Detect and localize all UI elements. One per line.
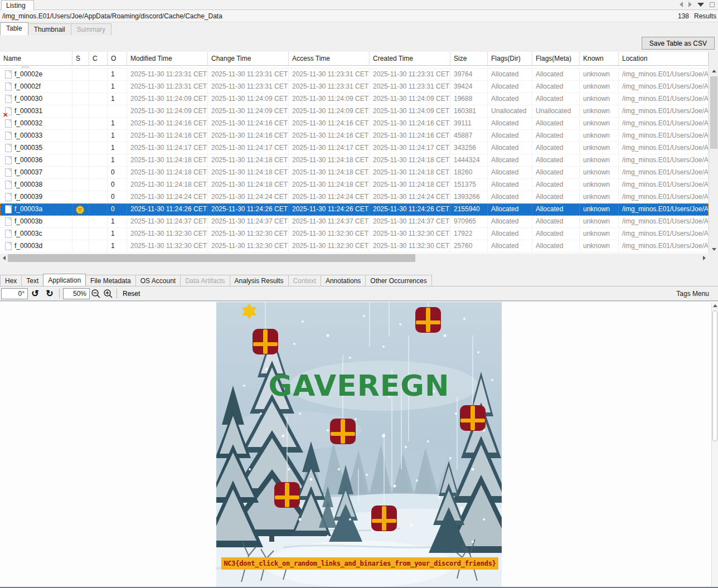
table-horizontal-scrollbar[interactable] — [0, 254, 709, 263]
viewer-vertical-scrollbar[interactable] — [711, 303, 718, 586]
viewer-scroll-thumb[interactable] — [712, 310, 717, 441]
column-header-created-time[interactable]: Created Time — [370, 52, 450, 65]
table-row-f_00003d[interactable]: f_00003d12025-11-30 11:32:30 CET2025-11-… — [0, 240, 709, 252]
cell-access-time: 2025-11-30 11:24:18 CET — [289, 167, 370, 179]
content-tab-analysis-results[interactable]: Analysis Results — [230, 275, 289, 286]
scroll-up-icon[interactable] — [709, 66, 718, 75]
file-icon — [5, 242, 12, 250]
scroll-tabs-left-icon[interactable] — [680, 2, 683, 7]
column-header-flags-dir-[interactable]: Flags(Dir) — [488, 52, 532, 65]
cell-flags-dir: Allocated — [488, 191, 532, 203]
table-row-f_00002f[interactable]: f_00002f12025-11-30 11:23:31 CET2025-11-… — [0, 81, 709, 93]
cell-flags-dir: Allocated — [488, 154, 532, 167]
float-window-icon[interactable] — [710, 2, 715, 7]
table-row-f_000037[interactable]: f_00003702025-11-30 11:24:18 CET2025-11-… — [0, 167, 709, 179]
scroll-left-icon[interactable] — [0, 254, 8, 263]
file-name: f_00003a — [14, 203, 42, 215]
cell-location: /img_minos.E01/Users/Joe/Ap — [619, 81, 709, 93]
cell-o: 0 — [108, 167, 127, 179]
zoom-level-field[interactable]: 50% — [63, 288, 90, 299]
view-tab-table[interactable]: Table — [0, 22, 28, 35]
save-table-csv-button[interactable]: Save Table as CSV — [642, 37, 715, 50]
content-tab-os-account[interactable]: OS Account — [135, 275, 181, 286]
cell-change-time: 2025-11-30 11:24:18 CET — [208, 179, 289, 191]
cell-known: unknown — [580, 142, 619, 154]
column-header-modified-time[interactable]: Modified Time — [127, 52, 208, 65]
cell-c — [89, 118, 108, 130]
content-tab-data-artifacts[interactable]: Data Artifacts — [180, 275, 230, 286]
cell-c — [89, 142, 108, 154]
table-row-f_000036[interactable]: f_00003612025-11-30 11:24:18 CET2025-11-… — [0, 154, 709, 167]
table-row-f_000033[interactable]: f_00003312025-11-30 11:24:16 CET2025-11-… — [0, 130, 709, 142]
view-tab-summary[interactable]: Summary — [71, 23, 111, 35]
scroll-tabs-right-icon[interactable] — [688, 2, 692, 7]
content-tab-context[interactable]: Context — [288, 275, 321, 286]
tags-menu-button[interactable]: Tags Menu — [676, 290, 718, 298]
table-row-f_000031[interactable]: f_0000312025-11-30 11:24:09 CET2025-11-3… — [0, 105, 709, 118]
tab-menu-dropdown-icon[interactable] — [697, 3, 704, 7]
cell-size: 1393266 — [450, 191, 488, 203]
column-header-flags-meta-[interactable]: Flags(Meta) — [532, 52, 580, 65]
column-header-o[interactable]: O — [108, 52, 127, 65]
table-row-f_00002e[interactable]: f_00002e12025-11-30 11:23:31 CET2025-11-… — [0, 69, 709, 81]
reset-view-button[interactable]: Reset — [119, 290, 143, 298]
cell-o: 0 — [108, 191, 127, 203]
listing-window-tab[interactable]: Listing — [1, 0, 34, 10]
column-header-size[interactable]: Size — [450, 52, 488, 65]
content-tab-application[interactable]: Application — [43, 274, 86, 286]
column-header-s[interactable]: S — [72, 52, 89, 65]
table-row-f_00003c[interactable]: f_00003c12025-11-30 11:32:30 CET2025-11-… — [0, 228, 709, 240]
table-row-f_000030[interactable]: f_00003012025-11-30 11:24:09 CET2025-11-… — [0, 93, 709, 105]
column-header-name[interactable]: Name — [0, 52, 72, 65]
column-header-change-time[interactable]: Change Time — [208, 52, 289, 65]
scroll-down-icon[interactable] — [709, 245, 718, 254]
cell-created-time: 2025-11-30 11:24:18 CET — [370, 179, 450, 191]
scroll-up-icon[interactable] — [713, 304, 717, 307]
cell-modified-time: 2025-11-30 11:24:24 CET — [127, 191, 208, 203]
cell-location: /img_minos.E01/Users/Joe/Ap — [619, 203, 709, 216]
rotate-clockwise-button[interactable]: ↻ — [42, 288, 57, 300]
table-row-f_00003b[interactable]: f_00003b12025-11-30 11:24:37 CET2025-11-… — [0, 216, 709, 228]
table-row-f_000038[interactable]: f_00003802025-11-30 11:24:18 CET2025-11-… — [0, 179, 709, 191]
file-name: f_000035 — [14, 142, 42, 154]
cell-size: 25760 — [450, 240, 488, 252]
vertical-scroll-thumb[interactable] — [710, 76, 717, 149]
rotation-field[interactable]: 0° — [1, 288, 28, 299]
table-row-f_000032[interactable]: f_00003212025-11-30 11:24:16 CET2025-11-… — [0, 118, 709, 130]
horizontal-scroll-thumb[interactable] — [8, 254, 415, 262]
cell-s — [72, 118, 89, 130]
cell-name: f_00002e — [0, 69, 72, 81]
rotate-counterclockwise-button[interactable]: ↺ — [28, 288, 42, 300]
cell-s — [72, 191, 89, 203]
gift-icon — [330, 419, 356, 444]
column-header-known[interactable]: Known — [580, 52, 619, 65]
column-header-location[interactable]: Location — [619, 52, 709, 65]
content-tab-hex[interactable]: Hex — [0, 275, 22, 286]
content-tab-file-metadata[interactable]: File Metadata — [85, 275, 136, 286]
panel-splitter[interactable] — [0, 263, 718, 274]
cell-created-time: 2025-11-30 11:23:31 CET — [370, 81, 450, 93]
table-row-f_000039[interactable]: f_00003902025-11-30 11:24:24 CET2025-11-… — [0, 191, 709, 203]
scroll-right-icon[interactable] — [700, 254, 709, 263]
view-tab-thumbnail[interactable]: Thumbnail — [28, 23, 71, 35]
cell-known: unknown — [580, 69, 619, 81]
content-tab-annotations[interactable]: Annotations — [321, 275, 366, 286]
cell-known: unknown — [580, 216, 619, 228]
zoom-out-icon[interactable] — [90, 288, 102, 300]
cell-flags-dir: Allocated — [488, 118, 532, 130]
table-row-f_000035[interactable]: f_00003512025-11-30 11:24:17 CET2025-11-… — [0, 142, 709, 154]
file-name: f_000037 — [14, 167, 42, 178]
zoom-in-icon[interactable] — [102, 288, 114, 300]
cell-flags-meta: Allocated — [532, 69, 580, 81]
content-tab-other-occurrences[interactable]: Other Occurrences — [365, 275, 431, 286]
content-tab-text[interactable]: Text — [21, 275, 43, 286]
column-header-access-time[interactable]: Access Time — [289, 52, 370, 65]
cell-size: 19688 — [450, 93, 488, 105]
cell-name: f_00002f — [0, 81, 72, 93]
cell-location: /img_minos.E01/Users/Joe/Ap — [619, 93, 709, 105]
cell-known: unknown — [580, 154, 619, 167]
table-row-f_00003a[interactable]: f_00003a▽02025-11-30 11:24:26 CET2025-11… — [0, 203, 709, 216]
cell-size: 2155940 — [450, 203, 488, 216]
column-header-c[interactable]: C — [89, 52, 108, 65]
table-vertical-scrollbar[interactable] — [709, 52, 718, 254]
